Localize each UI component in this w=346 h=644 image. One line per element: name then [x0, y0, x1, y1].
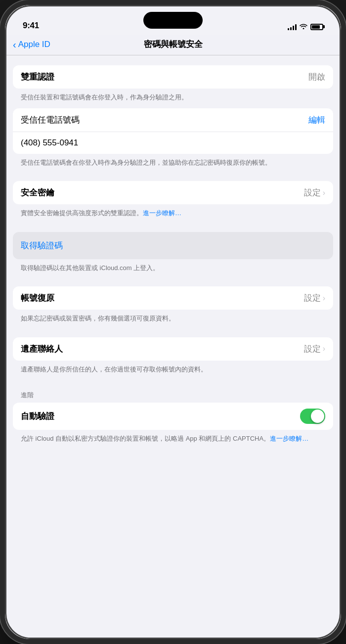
nav-back-label: Apple ID — [18, 40, 50, 49]
two-factor-group: 雙重認證 開啟 — [13, 65, 333, 89]
get-code-group: 取得驗證碼 — [13, 232, 333, 259]
account-recovery-row[interactable]: 帳號復原 設定 › — [13, 286, 333, 310]
battery-icon — [310, 24, 323, 30]
nav-back-button[interactable]: ‹ Apple ID — [13, 40, 50, 49]
security-key-group: 安全密鑰 設定 › — [13, 181, 333, 204]
two-factor-label: 雙重認證 — [21, 71, 54, 83]
trusted-phone-label: 受信任電話號碼 — [21, 114, 80, 126]
auto-verify-caption: 允許 iCloud 自動以私密方式驗證你的裝置和帳號，以略過 App 和網頁上的… — [21, 434, 325, 444]
trusted-phone-row[interactable]: 受信任電話號碼 編輯 — [13, 108, 333, 132]
legacy-contact-group: 遺產聯絡人 設定 › — [13, 337, 333, 361]
phone-number-row: (408) 555-0941 — [13, 132, 333, 154]
trusted-phone-edit[interactable]: 編輯 — [308, 114, 325, 126]
security-key-value: 設定 › — [304, 187, 325, 198]
two-factor-caption: 受信任裝置和電話號碼會在你登入時，作為身分驗證之用。 — [21, 92, 325, 102]
toggle-knob — [311, 410, 324, 423]
auto-verify-group: 自動驗證 — [13, 403, 333, 430]
status-time: 9:41 — [23, 21, 39, 31]
auto-verify-learn-more-link[interactable]: 進一步瞭解… — [270, 435, 308, 442]
account-recovery-chevron-icon: › — [323, 294, 325, 303]
get-code-label: 取得驗證碼 — [21, 240, 63, 251]
advanced-section-label: 進階 — [21, 391, 325, 400]
phone-number: (408) 555-0941 — [21, 138, 78, 148]
get-code-caption: 取得驗證碼以在其他裝置或 iCloud.com 上登入。 — [21, 263, 325, 273]
back-chevron-icon: ‹ — [13, 40, 16, 49]
security-key-label: 安全密鑰 — [21, 187, 54, 198]
status-icons — [288, 23, 323, 31]
nav-title: 密碼與帳號安全 — [144, 39, 203, 50]
two-factor-row[interactable]: 雙重認證 開啟 — [13, 65, 333, 89]
security-key-chevron-icon: › — [323, 188, 325, 197]
legacy-contact-row[interactable]: 遺產聯絡人 設定 › — [13, 337, 333, 361]
account-recovery-group: 帳號復原 設定 › — [13, 286, 333, 310]
security-key-caption: 實體安全密鑰提供高強度形式的雙重認證。進一步瞭解… — [21, 208, 325, 218]
legacy-contact-chevron-icon: › — [323, 344, 325, 353]
screen-content: ‹ Apple ID 密碼與帳號安全 雙重認證 開啟 受信任裝置和電話號碼會在你… — [5, 35, 341, 639]
dynamic-island — [143, 12, 203, 29]
phone-frame: 9:41 ‹ A — [0, 0, 346, 644]
signal-bars-icon — [288, 23, 297, 30]
legacy-contact-value: 設定 › — [304, 343, 325, 355]
security-key-row[interactable]: 安全密鑰 設定 › — [13, 181, 333, 204]
trusted-phone-group: 受信任電話號碼 編輯 (408) 555-0941 — [13, 108, 333, 154]
nav-bar: ‹ Apple ID 密碼與帳號安全 — [5, 35, 341, 55]
two-factor-value: 開啟 — [308, 71, 325, 83]
legacy-contact-label: 遺產聯絡人 — [21, 343, 63, 355]
get-code-row[interactable]: 取得驗證碼 — [13, 232, 333, 259]
account-recovery-caption: 如果忘記密碼或裝置密碼，你有幾個選項可復原資料。 — [21, 314, 325, 323]
auto-verify-toggle[interactable] — [300, 409, 325, 424]
wifi-icon — [300, 23, 307, 31]
phone-caption: 受信任電話號碼會在你登入時作為身分驗證之用，並協助你在忘記密碼時復原你的帳號。 — [21, 158, 325, 168]
scroll-area: 雙重認證 開啟 受信任裝置和電話號碼會在你登入時，作為身分驗證之用。 受信任電話… — [5, 55, 341, 632]
auto-verify-label: 自動驗證 — [21, 411, 54, 422]
account-recovery-label: 帳號復原 — [21, 292, 54, 304]
security-key-learn-more-link[interactable]: 進一步瞭解… — [143, 209, 181, 217]
legacy-contact-caption: 遺產聯絡人是你所信任的人，在你過世後可存取你帳號內的資料。 — [21, 365, 325, 374]
auto-verify-row[interactable]: 自動驗證 — [13, 403, 333, 430]
account-recovery-value: 設定 › — [304, 292, 325, 304]
